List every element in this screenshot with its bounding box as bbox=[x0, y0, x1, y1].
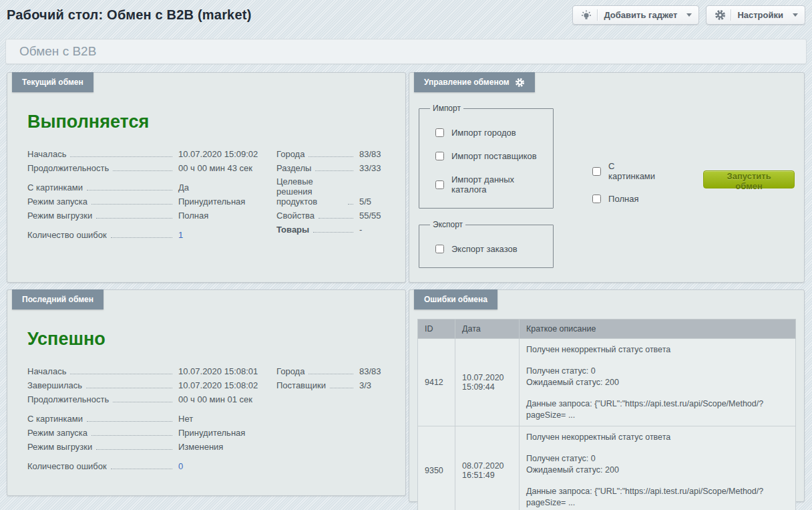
dotted-leader bbox=[91, 204, 172, 205]
add-gadget-label: Добавить гаджет bbox=[604, 10, 684, 20]
gadget-body: Успешно Началась 10.07.2020 15:08:01 Зав… bbox=[7, 310, 405, 484]
dotted-leader bbox=[113, 402, 172, 402]
detail-row: Режим выгрузки Полная bbox=[27, 210, 276, 221]
gadget-exchange-control-header[interactable]: Управление обменом bbox=[414, 72, 535, 92]
chevron-down-icon bbox=[793, 13, 798, 17]
import-suppliers-checkbox[interactable] bbox=[435, 152, 444, 160]
full-checkbox[interactable] bbox=[592, 195, 601, 203]
detail-row: Продолжительность 00 ч 00 мин 43 сек bbox=[27, 162, 276, 173]
error-status-expected: Ожидаемый статус: 200 bbox=[526, 465, 789, 476]
gadget-exchange-control: Управление обменом Импорт Импорт городов bbox=[409, 72, 805, 283]
dotted-leader bbox=[86, 388, 172, 388]
errors-table: ID Дата Краткое описание 9412 10.07.2020… bbox=[417, 319, 796, 510]
gadget-last-exchange-header[interactable]: Последний обмен bbox=[12, 289, 104, 309]
view-title: Обмен с B2B bbox=[6, 44, 96, 59]
view-title-bar: Обмен с B2B bbox=[5, 39, 807, 64]
dotted-leader bbox=[315, 170, 353, 171]
column-header-id: ID bbox=[418, 320, 455, 339]
error-description-cell: Получен некорректный статус ответа Получ… bbox=[520, 339, 796, 426]
settings-label: Настройки bbox=[737, 10, 790, 20]
counter-row: Товары - bbox=[276, 224, 387, 235]
gadget-exchange-errors-header[interactable]: Ошибки обмена bbox=[414, 289, 497, 309]
gadget-current-exchange: Текущий обмен Выполняется Началась 10.07… bbox=[7, 72, 406, 283]
error-count-link[interactable]: 1 bbox=[176, 230, 276, 240]
topbar-buttons: Добавить гаджет Настройки bbox=[572, 5, 805, 25]
current-exchange-status: Выполняется bbox=[27, 112, 392, 132]
export-orders-checkbox[interactable] bbox=[435, 245, 444, 253]
with-images-checkbox[interactable] bbox=[592, 167, 601, 176]
checkbox-full[interactable]: Полная bbox=[592, 194, 659, 204]
dotted-leader bbox=[96, 218, 172, 219]
button-divider bbox=[597, 9, 598, 21]
settings-button[interactable]: Настройки bbox=[706, 5, 805, 25]
dotted-leader bbox=[111, 469, 172, 469]
error-date-cell: 08.07.2020 16:51:49 bbox=[455, 426, 520, 510]
counter-row: Целевые решения продуктов 5/5 bbox=[276, 176, 387, 207]
counter-row: Разделы 33/33 bbox=[276, 162, 387, 173]
counter-row: Города 83/83 bbox=[276, 366, 387, 376]
dotted-leader bbox=[319, 218, 353, 219]
detail-row: Началась 10.07.2020 15:09:02 bbox=[27, 148, 276, 159]
column-header-description: Краткое описание bbox=[520, 320, 796, 339]
dotted-leader bbox=[313, 232, 353, 233]
dotted-leader bbox=[309, 374, 353, 374]
last-exchange-details: Началась 10.07.2020 15:08:01 Завершилась… bbox=[27, 366, 276, 475]
current-exchange-details: Началась 10.07.2020 15:09:02 Продолжител… bbox=[27, 148, 276, 243]
error-date-cell: 10.07.2020 15:09:44 bbox=[455, 339, 520, 426]
import-group: Импорт Импорт городов Импорт поставщиков… bbox=[419, 104, 554, 209]
gadget-current-exchange-header[interactable]: Текущий обмен bbox=[12, 72, 93, 92]
export-group: Экспорт Экспорт заказов bbox=[419, 220, 554, 268]
checkbox-import-suppliers[interactable]: Импорт поставщиков bbox=[435, 151, 545, 161]
run-button-area: Запустить обмен bbox=[703, 104, 795, 268]
dotted-leader bbox=[111, 237, 172, 238]
gadget-body: Импорт Импорт городов Импорт поставщиков… bbox=[409, 93, 804, 268]
gadget-title: Управление обменом bbox=[424, 78, 510, 87]
import-group-legend: Импорт bbox=[430, 104, 463, 113]
lightbulb-icon bbox=[580, 10, 593, 21]
gadget-body: ID Дата Краткое описание 9412 10.07.2020… bbox=[409, 310, 804, 510]
exchange-groups: Импорт Импорт городов Импорт поставщиков… bbox=[419, 104, 554, 268]
error-id-cell: 9412 bbox=[418, 339, 455, 426]
checkbox-with-images[interactable]: С картинками bbox=[592, 161, 659, 181]
dotted-leader bbox=[309, 156, 353, 157]
error-id-cell: 9350 bbox=[418, 426, 455, 510]
gear-icon bbox=[713, 9, 727, 21]
detail-row: Режим запуска Принудительная bbox=[27, 427, 276, 438]
dotted-leader bbox=[87, 421, 172, 422]
detail-row: Началась 10.07.2020 15:08:01 bbox=[27, 366, 276, 376]
page-title: Рабочий стол: Обмен с B2B (market) bbox=[7, 5, 252, 23]
run-exchange-button[interactable]: Запустить обмен bbox=[703, 170, 795, 188]
gadget-settings-gear-icon[interactable] bbox=[515, 78, 525, 88]
gadget-title: Последний обмен bbox=[22, 295, 93, 304]
add-gadget-button[interactable]: Добавить гаджет bbox=[572, 5, 699, 25]
dotted-leader bbox=[70, 374, 172, 374]
import-cities-checkbox[interactable] bbox=[435, 128, 444, 137]
button-divider bbox=[731, 9, 731, 21]
error-summary: Получен некорректный статус ответа bbox=[526, 432, 789, 443]
gadget-body: Выполняется Началась 10.07.2020 15:09:02… bbox=[7, 93, 405, 253]
dotted-leader bbox=[70, 156, 172, 157]
detail-row: Режим выгрузки Изменения bbox=[27, 441, 276, 452]
import-catalog-checkbox[interactable] bbox=[435, 180, 444, 189]
checkbox-import-catalog[interactable]: Импорт данных каталога bbox=[435, 174, 545, 195]
error-status-received: Получен статус: 0 bbox=[526, 366, 789, 377]
checkbox-import-cities[interactable]: Импорт городов bbox=[435, 128, 545, 138]
checkbox-export-orders[interactable]: Экспорт заказов bbox=[435, 244, 545, 254]
column-header-date: Дата bbox=[455, 320, 520, 339]
last-exchange-status: Успешно bbox=[27, 329, 392, 350]
gadget-title: Ошибки обмена bbox=[424, 295, 487, 304]
detail-row: Режим запуска Принудительная bbox=[27, 196, 276, 207]
chevron-down-icon bbox=[686, 13, 692, 17]
error-status-received: Получен статус: 0 bbox=[526, 453, 789, 465]
detail-row: Количество ошибок 0 bbox=[27, 461, 276, 471]
error-count-link[interactable]: 0 bbox=[176, 461, 276, 471]
dotted-leader bbox=[113, 170, 172, 171]
topbar: Рабочий стол: Обмен с B2B (market) Доб bbox=[0, 0, 812, 39]
detail-row: С картинками Да bbox=[27, 182, 276, 193]
dotted-leader bbox=[330, 388, 353, 388]
error-table-row: 9412 10.07.2020 15:09:44 Получен некорре… bbox=[418, 339, 796, 426]
error-status-expected: Ожидаемый статус: 200 bbox=[526, 377, 789, 388]
gadget-title: Текущий обмен bbox=[22, 78, 83, 87]
detail-row: Завершилась 10.07.2020 15:08:02 bbox=[27, 380, 276, 390]
error-request-data: Данные запроса: {"URL":"https://api.test… bbox=[526, 398, 789, 421]
